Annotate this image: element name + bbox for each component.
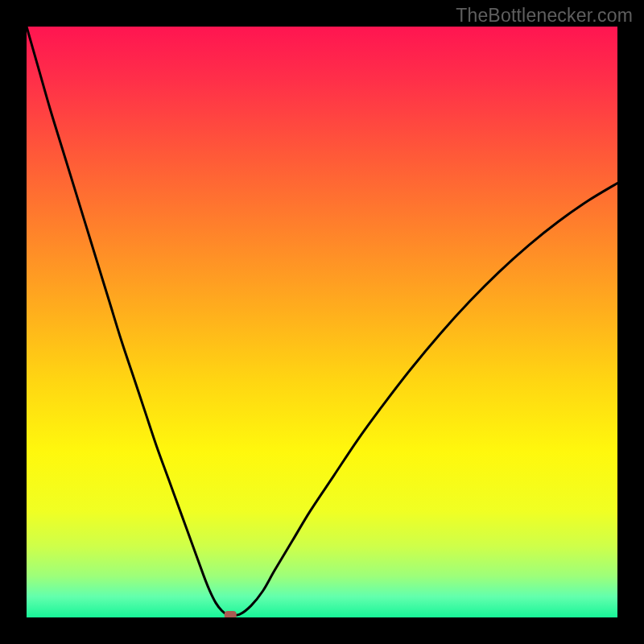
- chart-frame: TheBottlenecker.com: [0, 0, 644, 644]
- optimal-point-marker: [225, 611, 237, 617]
- chart-plot-area: [27, 27, 617, 617]
- watermark-text: TheBottlenecker.com: [456, 5, 633, 27]
- chart-svg: [27, 27, 617, 617]
